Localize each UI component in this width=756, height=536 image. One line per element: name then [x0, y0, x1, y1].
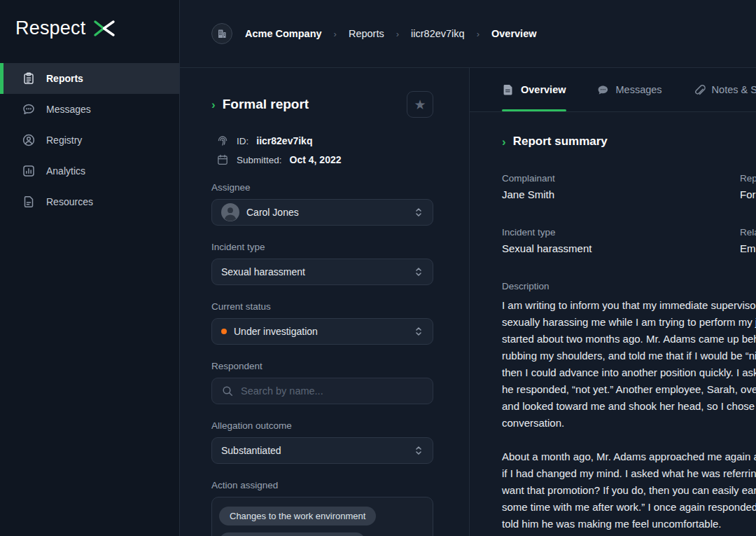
chevron-right-icon: ›: [211, 99, 216, 111]
status-dot-icon: [221, 329, 227, 334]
paperclip-icon: [692, 83, 706, 97]
report-submitted-row: Submitted: Oct 4, 2022: [216, 153, 433, 166]
main-area: Acme Company › Reports › iicr82ev7ikq › …: [180, 0, 756, 536]
description-label: Description: [502, 281, 756, 291]
incident-type-value: Sexual harassment: [221, 266, 305, 277]
respondent-field: Respondent: [211, 361, 433, 404]
brand-logo: Respect: [0, 0, 179, 39]
reports-icon: [22, 71, 36, 85]
kv-value: Employee: [740, 242, 756, 254]
kv-value: Jane Smith: [502, 188, 740, 200]
assignee-select[interactable]: Carol Jones: [211, 199, 433, 226]
assignee-value: Carol Jones: [246, 207, 299, 218]
chevron-right-icon: ›: [477, 29, 479, 39]
summary-title: Report summary: [513, 135, 608, 149]
allegation-outcome-label: Allegation outcome: [211, 420, 433, 431]
analytics-icon: [22, 164, 36, 178]
report-id-label: ID:: [237, 136, 248, 146]
summary-report-type: Report type Formal report: [740, 173, 756, 200]
description-paragraph-2: About a month ago, Mr. Adams approached …: [502, 448, 756, 532]
assignee-field: Assignee Carol Jones: [211, 182, 433, 226]
assignee-avatar: [221, 203, 239, 221]
summary-incident-type: Incident type Sexual harassment: [502, 227, 740, 254]
resources-icon: [22, 195, 36, 209]
incident-type-field: Incident type Sexual harassment: [211, 242, 433, 285]
description-line: sexually harassing me while I am trying …: [502, 314, 756, 331]
description-line: want that promotion? If you do, then you…: [502, 482, 756, 499]
tab-messages[interactable]: Messages: [596, 68, 662, 111]
current-status-field: Current status Under investigation: [211, 301, 433, 345]
summary-grid: Complainant Jane Smith Report type Forma…: [502, 173, 756, 254]
topbar: Acme Company › Reports › iicr82ev7ikq › …: [180, 0, 756, 68]
breadcrumb-company[interactable]: Acme Company: [245, 28, 322, 39]
action-assigned-label: Action assigned: [211, 480, 433, 490]
description-line: and looked toward me and shook her head,…: [502, 398, 756, 415]
tab-overview[interactable]: Overview: [502, 68, 566, 111]
app-window: Respect Reports: [0, 0, 756, 536]
report-panel: › Formal report ★ ID:: [180, 68, 470, 536]
description-line: told him he was making me feel uncomfort…: [502, 516, 756, 532]
kv-value: Sexual harassment: [502, 242, 740, 254]
incident-type-label: Incident type: [211, 242, 433, 252]
description-line: conversation.: [502, 415, 756, 432]
report-title: Formal report: [223, 97, 309, 112]
chevron-updown-icon: [414, 444, 424, 457]
brand-name: Respect: [15, 18, 85, 39]
search-icon: [221, 385, 234, 397]
sidebar-item-label: Analytics: [46, 165, 85, 177]
description-line: then I could advance into another positi…: [502, 364, 756, 381]
assignee-label: Assignee: [211, 182, 433, 193]
breadcrumb: Acme Company › Reports › iicr82ev7ikq › …: [211, 23, 536, 44]
description-line: About a month ago, Mr. Adams approached …: [502, 448, 756, 465]
tab-label: Messages: [616, 84, 662, 95]
sidebar-item-label: Messages: [46, 104, 91, 115]
action-chip[interactable]: Changes to the work environment: [219, 507, 376, 525]
kv-label: Complainant: [502, 173, 740, 184]
report-id-value: iicr82ev7ikq: [256, 135, 312, 146]
action-assigned-multiselect[interactable]: Changes to the work environment Monitori…: [211, 497, 433, 536]
allegation-outcome-select[interactable]: Substantiated: [211, 437, 433, 464]
brand-x-mark-icon: [92, 19, 116, 38]
sidebar-item-label: Registry: [46, 135, 82, 146]
breadcrumb-reports[interactable]: Reports: [349, 28, 384, 39]
description-line: if I had changed my mind. I asked what h…: [502, 465, 756, 482]
description-line: some time with me after work.” I once ag…: [502, 499, 756, 516]
sidebar-item-messages[interactable]: Messages: [0, 94, 179, 125]
report-id-row: ID: iicr82ev7ikq: [216, 135, 433, 147]
summary-complainant: Complainant Jane Smith: [502, 173, 740, 200]
favorite-button[interactable]: ★: [407, 91, 433, 118]
description-line: he responded, “not yet.” Another employe…: [502, 381, 756, 398]
respondent-search-input[interactable]: [241, 385, 424, 397]
messages-icon: [22, 102, 36, 116]
sidebar-item-reports[interactable]: Reports: [0, 63, 179, 94]
sidebar-item-registry[interactable]: Registry: [0, 125, 179, 156]
action-chip[interactable]: Monitoring the alleged offender: [219, 532, 365, 536]
incident-type-select[interactable]: Sexual harassment: [211, 259, 433, 285]
breadcrumb-report-id[interactable]: iicr82ev7ikq: [411, 28, 465, 39]
allegation-outcome-value: Substantiated: [221, 445, 281, 456]
sidebar-item-label: Resources: [46, 196, 93, 207]
current-status-label: Current status: [211, 301, 433, 312]
calendar-icon: [216, 153, 229, 166]
registry-icon: [22, 133, 36, 147]
chevron-updown-icon: [414, 266, 424, 278]
current-status-value: Under investigation: [234, 326, 318, 337]
respondent-search: [211, 378, 433, 404]
tabbar: Overview Messages: [470, 68, 756, 112]
breadcrumb-overview[interactable]: Overview: [491, 28, 537, 39]
tab-notes-statements[interactable]: Notes & Statements: [692, 68, 756, 111]
overview-content: › Report summary Complainant Jane Smith …: [470, 112, 756, 536]
tab-label: Notes & Statements: [712, 84, 756, 95]
chevron-right-icon: ›: [502, 136, 506, 148]
sidebar-item-resources[interactable]: Resources: [0, 186, 179, 217]
tab-label: Overview: [521, 84, 566, 95]
description-line: I am writing to inform you that my immed…: [502, 297, 756, 314]
action-assigned-field: Action assigned Changes to the work envi…: [211, 480, 433, 536]
sidebar: Respect Reports: [0, 0, 180, 536]
content: › Formal report ★ ID:: [180, 68, 756, 536]
sidebar-item-analytics[interactable]: Analytics: [0, 156, 179, 186]
current-status-select[interactable]: Under investigation: [211, 318, 433, 345]
sidebar-item-label: Reports: [46, 73, 83, 84]
description-line: rubbing my shoulders, and told me that i…: [502, 348, 756, 364]
description-paragraph-1: I am writing to inform you that my immed…: [502, 297, 756, 432]
